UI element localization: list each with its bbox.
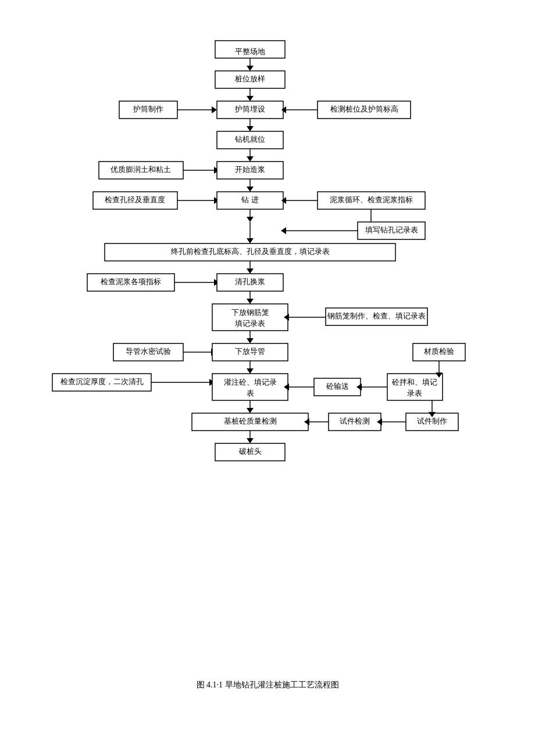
- node12-center-label2: 表: [247, 389, 254, 397]
- node7-right-label: 填写钻孔记录表: [365, 225, 418, 234]
- node13-right-label: 试件制作: [417, 417, 447, 425]
- svg-marker-23: [247, 187, 254, 192]
- node12-mid-right-label: 砼输送: [326, 382, 349, 390]
- node12-right-label: 砼拌和、填记: [391, 378, 437, 386]
- node2-label: 桩位放样: [234, 74, 265, 83]
- page: 平整场地 桩位放样 护筒制作 护筒埋设 检: [0, 0, 535, 756]
- svg-marker-32: [247, 217, 254, 222]
- svg-marker-2: [247, 66, 254, 71]
- node6-left-label: 检查孔径及垂直度: [105, 195, 165, 204]
- node6-center-label: 钻 进: [241, 195, 258, 204]
- node12-left-label: 检查沉淀厚度，二次清孔: [60, 377, 144, 386]
- svg-marker-41: [247, 268, 254, 274]
- svg-marker-17: [247, 156, 254, 162]
- node12-right-label2: 录表: [407, 389, 422, 397]
- node6-right-label: 泥浆循环、检查泥浆指标: [330, 195, 413, 204]
- node3-left-label: 护筒制作: [133, 105, 163, 113]
- node12-center-label: 灌注砼、填记录: [224, 378, 277, 386]
- svg-marker-8: [212, 106, 217, 113]
- diagram-caption: 图 4.1·1 旱地钻孔灌注桩施工工艺流程图: [197, 680, 339, 690]
- svg-marker-5: [247, 96, 254, 101]
- svg-marker-47: [247, 299, 254, 304]
- node10-center-label2: 填记录表: [234, 319, 265, 328]
- node4-label: 钻机就位: [234, 135, 265, 144]
- svg-marker-38: [247, 238, 254, 243]
- node3-right-label: 检测桩位及护筒标高: [330, 105, 398, 113]
- node11-left-label: 导管水密试验: [126, 347, 171, 356]
- svg-marker-74: [247, 408, 254, 413]
- svg-marker-83: [247, 438, 254, 443]
- node3-center-label: 护筒埋设: [234, 105, 265, 113]
- node5-center-label: 开始造浆: [235, 165, 265, 174]
- diagram-container: 平整场地 桩位放样 护筒制作 护筒埋设 检: [29, 35, 506, 662]
- svg-marker-14: [247, 126, 254, 131]
- caption-text: 图 4.1·1 旱地钻孔灌注桩施工工艺流程图: [197, 680, 339, 689]
- node13-mid-label: 试件检测: [340, 417, 370, 425]
- node10-right-label: 钢筋笼制作、检查、填记录表: [327, 311, 426, 320]
- flowchart-svg: 平整场地 桩位放样 护筒制作 护筒埋设 检: [29, 35, 506, 662]
- node1-label: 平整场地: [235, 47, 265, 56]
- node11-center-label: 下放导管: [235, 347, 265, 356]
- node9-center-label: 清孔换浆: [235, 277, 265, 286]
- node5-left-label: 优质膨润土和粘土: [110, 165, 171, 174]
- node13-center-label: 基桩砼质量检测: [224, 417, 277, 425]
- node11-right-label: 材质检验: [423, 347, 454, 356]
- node9-left-label: 检查泥浆各项指标: [101, 277, 161, 286]
- svg-marker-53: [247, 338, 254, 343]
- node8-label: 终孔前检查孔底标高、孔径及垂直度，填记录表: [171, 247, 330, 256]
- node10-center-label: 下放钢筋笼: [231, 308, 269, 317]
- node14-label: 破桩头: [238, 447, 262, 456]
- svg-marker-60: [247, 368, 254, 374]
- svg-marker-36: [281, 227, 286, 234]
